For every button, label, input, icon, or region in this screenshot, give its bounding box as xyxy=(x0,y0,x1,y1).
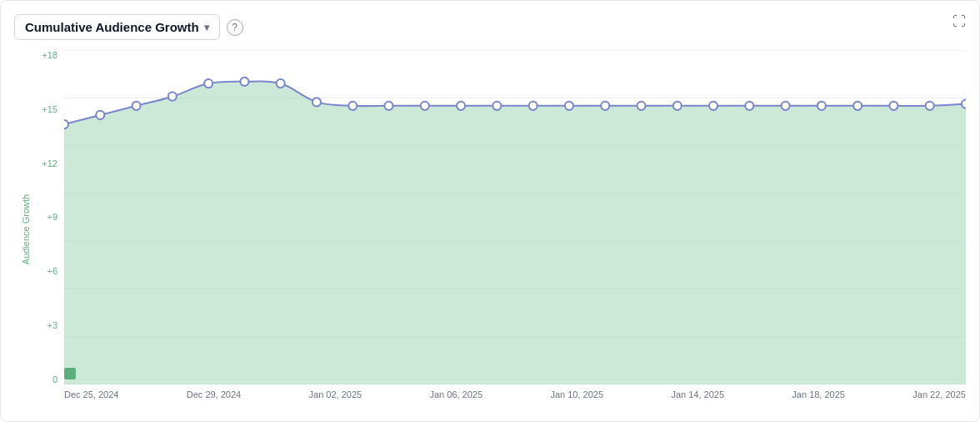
svg-point-15 xyxy=(312,98,321,106)
expand-icon[interactable]: ⛶ xyxy=(952,14,966,29)
svg-point-17 xyxy=(385,102,393,110)
svg-point-26 xyxy=(709,102,718,110)
svg-point-9 xyxy=(96,111,104,119)
svg-point-25 xyxy=(673,102,682,110)
title-dropdown-button[interactable]: Cumulative Audience Growth ▾ xyxy=(14,14,220,40)
chart-body: Dec 25, 2024 Dec 29, 2024 Jan 02, 2025 J… xyxy=(64,50,966,408)
chevron-down-icon: ▾ xyxy=(204,22,209,33)
svg-point-20 xyxy=(492,102,501,110)
svg-point-14 xyxy=(277,79,285,88)
svg-point-16 xyxy=(348,102,357,110)
chart-header: Cumulative Audience Growth ▾ ? ⛶ xyxy=(14,14,966,40)
svg-point-23 xyxy=(601,102,609,110)
svg-point-27 xyxy=(745,102,753,110)
svg-point-28 xyxy=(782,102,790,110)
svg-point-24 xyxy=(637,102,645,110)
y-label-0: 0 xyxy=(14,374,64,384)
line-chart-svg xyxy=(64,50,966,384)
x-label-dec29: Dec 29, 2024 xyxy=(187,389,241,399)
x-label-jan02: Jan 02, 2025 xyxy=(309,389,362,399)
x-label-jan22: Jan 22, 2025 xyxy=(912,389,966,399)
y-label-18: +18 xyxy=(14,50,64,60)
svg-point-8 xyxy=(64,120,68,128)
x-label-jan14: Jan 14, 2025 xyxy=(671,389,724,399)
y-label-6: +6 xyxy=(14,266,64,276)
y-label-15: +15 xyxy=(14,104,64,114)
svg-point-13 xyxy=(240,78,248,86)
x-label-dec25: Dec 25, 2024 xyxy=(64,389,118,399)
chart-container: Cumulative Audience Growth ▾ ? ⛶ Audienc… xyxy=(0,0,980,422)
y-label-12: +12 xyxy=(14,158,64,168)
y-axis-title: Audience Growth xyxy=(21,193,31,264)
svg-point-21 xyxy=(529,102,538,110)
svg-point-19 xyxy=(457,102,465,110)
chart-area: Audience Growth +18 +15 +12 +9 +6 +3 0 xyxy=(14,50,966,408)
svg-point-22 xyxy=(565,102,573,110)
svg-point-29 xyxy=(818,102,826,110)
x-labels: Dec 25, 2024 Dec 29, 2024 Jan 02, 2025 J… xyxy=(64,389,966,399)
svg-point-32 xyxy=(926,102,934,110)
svg-point-12 xyxy=(204,79,212,88)
svg-point-31 xyxy=(889,102,898,110)
help-icon[interactable]: ? xyxy=(227,19,243,36)
svg-point-30 xyxy=(853,102,862,110)
svg-point-33 xyxy=(962,99,966,108)
svg-point-18 xyxy=(421,102,429,110)
x-label-jan18: Jan 18, 2025 xyxy=(792,389,845,399)
svg-point-11 xyxy=(168,93,177,101)
x-label-jan10: Jan 10, 2025 xyxy=(550,389,603,399)
x-label-jan06: Jan 06, 2025 xyxy=(429,389,482,399)
header-left: Cumulative Audience Growth ▾ ? xyxy=(14,14,243,40)
y-label-3: +3 xyxy=(14,320,64,330)
legend-color-box xyxy=(64,368,76,379)
chart-title: Cumulative Audience Growth xyxy=(25,20,199,34)
y-axis: Audience Growth +18 +15 +12 +9 +6 +3 0 xyxy=(14,50,64,408)
x-axis: Dec 25, 2024 Dec 29, 2024 Jan 02, 2025 J… xyxy=(64,384,966,408)
svg-point-10 xyxy=(132,102,141,110)
